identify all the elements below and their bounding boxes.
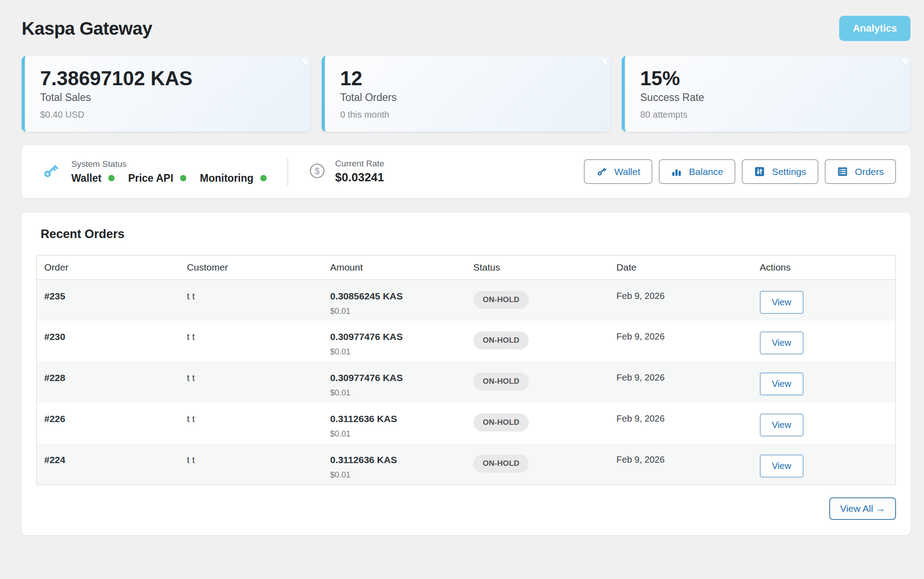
status-dot-icon	[260, 175, 267, 181]
stat-value: 12	[340, 67, 595, 90]
order-amount-usd: $0.01	[330, 388, 459, 398]
view-order-button[interactable]: View	[760, 455, 804, 478]
stat-sublabel: $0.40 USD	[40, 110, 295, 120]
wallet-button[interactable]: Wallet	[584, 159, 652, 184]
settings-button[interactable]: Settings	[742, 159, 818, 184]
order-amount-kas: 0.30856245 KAS	[330, 291, 459, 302]
stat-sublabel: 0 this month	[340, 110, 595, 120]
table-row: #230 t t 0.30977476 KAS $0.01 ON-HOLD Fe…	[37, 321, 896, 362]
balance-button-label: Balance	[689, 166, 723, 177]
stat-value: 7.38697102 KAS	[40, 67, 295, 90]
order-id: #226	[44, 414, 65, 424]
column-header-actions: Actions	[753, 255, 896, 280]
orders-button[interactable]: Orders	[825, 159, 896, 184]
settings-button-label: Settings	[772, 166, 806, 177]
table-row: #226 t t 0.3112636 KAS $0.01 ON-HOLD Feb…	[37, 403, 896, 444]
order-amount-usd: $0.01	[330, 470, 459, 480]
view-order-button[interactable]: View	[760, 331, 804, 354]
corner-decoration-icon	[300, 59, 307, 67]
status-badge: ON-HOLD	[473, 455, 529, 473]
sliders-icon	[754, 166, 765, 177]
stat-card: 7.38697102 KAS Total Sales $0.40 USD	[22, 56, 310, 132]
order-amount-usd: $0.01	[330, 347, 459, 357]
stat-value: 15%	[640, 67, 895, 90]
service-name: Price API	[128, 172, 173, 184]
key-icon	[42, 162, 60, 182]
current-rate-label: Current Rate	[335, 159, 384, 169]
system-status-label: System Status	[71, 159, 267, 169]
order-customer: t t	[187, 414, 195, 424]
status-dot-icon	[180, 175, 186, 181]
corner-decoration-icon	[900, 59, 907, 67]
recent-orders-section: Recent Orders Order Customer Amount Stat…	[22, 213, 910, 535]
status-dot-icon	[108, 175, 115, 181]
order-amount-kas: 0.30977476 KAS	[330, 372, 459, 383]
balance-button[interactable]: Balance	[659, 159, 735, 184]
stat-label: Total Sales	[40, 92, 295, 104]
service-item: Monitoring	[200, 172, 267, 184]
table-footer: View All →	[36, 497, 896, 520]
service-item: Wallet	[71, 172, 115, 184]
wallet-button-label: Wallet	[614, 166, 640, 177]
bar-chart-icon	[671, 166, 682, 177]
status-badge: ON-HOLD	[473, 331, 529, 349]
list-icon	[837, 166, 848, 177]
order-date: Feb 9, 2026	[616, 455, 665, 464]
corner-decoration-icon	[600, 59, 607, 67]
order-date: Feb 9, 2026	[616, 372, 665, 382]
dashboard-page: Kaspa Gateway Analytics 7.38697102 KAS T…	[0, 0, 924, 535]
service-item: Price API	[128, 172, 186, 184]
order-amount-kas: 0.3112636 KAS	[330, 455, 459, 465]
analytics-button[interactable]: Analytics	[839, 16, 910, 41]
order-id: #228	[44, 372, 65, 383]
order-id: #230	[44, 331, 65, 342]
key-icon	[596, 166, 607, 177]
order-date: Feb 9, 2026	[616, 291, 665, 301]
view-order-button[interactable]: View	[760, 414, 804, 437]
top-bar: Kaspa Gateway Analytics	[22, 11, 910, 46]
stat-cards-row: 7.38697102 KAS Total Sales $0.40 USD 12 …	[22, 56, 910, 132]
status-badge: ON-HOLD	[473, 372, 529, 391]
order-id: #235	[44, 291, 65, 301]
service-list: Wallet Price API Monitoring	[71, 172, 267, 184]
recent-orders-title: Recent Orders	[41, 227, 896, 241]
current-rate-text: Current Rate $0.03241	[335, 159, 384, 184]
stat-card: 15% Success Rate 80 attempts	[622, 56, 910, 132]
dollar-circle-icon: $	[309, 163, 325, 181]
stat-label: Total Orders	[340, 92, 595, 104]
stat-sublabel: 80 attempts	[640, 110, 895, 120]
order-date: Feb 9, 2026	[616, 414, 665, 423]
order-amount-usd: $0.01	[330, 429, 459, 439]
order-customer: t t	[187, 455, 195, 465]
order-id: #224	[44, 455, 65, 465]
table-row: #228 t t 0.30977476 KAS $0.01 ON-HOLD Fe…	[37, 362, 896, 403]
column-header-amount: Amount	[323, 255, 466, 280]
view-all-button[interactable]: View All →	[829, 497, 896, 520]
order-customer: t t	[187, 291, 195, 301]
view-order-button[interactable]: View	[760, 372, 804, 395]
service-name: Wallet	[71, 172, 102, 184]
table-row: #224 t t 0.3112636 KAS $0.01 ON-HOLD Feb…	[37, 444, 896, 485]
column-header-customer: Customer	[180, 255, 323, 280]
service-name: Monitoring	[200, 172, 254, 184]
orders-button-label: Orders	[855, 166, 884, 177]
stat-card: 12 Total Orders 0 this month	[322, 56, 610, 132]
current-rate-block: $ Current Rate $0.03241	[309, 159, 384, 184]
stat-label: Success Rate	[640, 92, 895, 104]
system-status-block: System Status Wallet Price API Monitorin…	[71, 159, 267, 184]
current-rate-value: $0.03241	[335, 170, 384, 184]
column-header-status: Status	[466, 255, 609, 280]
order-amount-kas: 0.30977476 KAS	[330, 331, 459, 342]
order-amount-usd: $0.01	[330, 307, 459, 316]
column-header-order: Order	[37, 255, 180, 280]
page-title: Kaspa Gateway	[22, 18, 152, 39]
view-order-button[interactable]: View	[760, 291, 804, 314]
orders-table: Order Customer Amount Status Date Action…	[36, 255, 896, 485]
order-date: Feb 9, 2026	[616, 331, 665, 341]
order-customer: t t	[187, 372, 195, 383]
table-header-row: Order Customer Amount Status Date Action…	[37, 255, 896, 280]
order-amount-kas: 0.3112636 KAS	[330, 414, 459, 424]
status-badge: ON-HOLD	[473, 414, 529, 432]
vertical-divider	[287, 158, 288, 186]
svg-text:$: $	[314, 165, 319, 175]
